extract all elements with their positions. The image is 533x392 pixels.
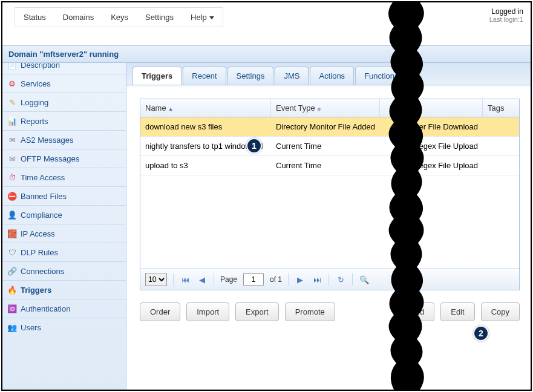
- sidebar-item-services[interactable]: ⚙Services: [2, 74, 126, 93]
- promote-button[interactable]: Promote: [285, 302, 335, 321]
- cell-mid: er File Download: [380, 119, 483, 135]
- grid-body: download new s3 filesDirectory Monitor F…: [140, 117, 519, 269]
- pager-search-icon[interactable]: 🔍: [359, 274, 370, 285]
- ip-access-icon: 🧱: [7, 229, 17, 238]
- tab-settings[interactable]: Settings: [227, 67, 274, 85]
- top-nav: Status Domains Keys Settings Help: [15, 7, 223, 27]
- sidebar-item-oftp-messages[interactable]: ✉OFTP Messages: [2, 149, 126, 168]
- cell-event-type: Current Time: [271, 157, 380, 174]
- authentication-icon: 🆔: [7, 304, 17, 313]
- table-row[interactable]: upload to s3Current TimeRegex File Uploa…: [140, 156, 519, 175]
- order-button[interactable]: Order: [140, 302, 180, 321]
- triggers-grid: Name▲ Event Type◆ Tags download new s3 f…: [140, 99, 520, 290]
- table-row[interactable]: download new s3 filesDirectory Monitor F…: [140, 117, 519, 137]
- action-row: Order Import Export Promote Add Edit Cop…: [126, 296, 531, 321]
- nav-domains[interactable]: Domains: [54, 8, 102, 27]
- sidebar-item-compliance[interactable]: 👤Compliance: [2, 205, 126, 224]
- cell-name: download new s3 files: [140, 119, 271, 135]
- logging-icon: ✎: [7, 97, 17, 107]
- nav-keys[interactable]: Keys: [102, 8, 137, 27]
- sidebar-item-as2-messages[interactable]: ✉AS2 Messages: [2, 130, 126, 149]
- sidebar-item-dlp-rules[interactable]: 🛡DLP Rules: [2, 243, 126, 261]
- sidebar-item-label: Banned Files: [21, 192, 67, 201]
- oftp-messages-icon: ✉: [7, 154, 17, 163]
- sidebar-item-label: IP Access: [21, 229, 55, 238]
- pager-last-icon[interactable]: ⏭: [312, 274, 322, 285]
- tab-jms[interactable]: JMS: [275, 67, 309, 85]
- sidebar-item-label: Services: [21, 79, 51, 88]
- dlp-rules-icon: 🛡: [7, 247, 17, 257]
- sidebar-item-reports[interactable]: 📊Reports: [2, 111, 126, 130]
- sidebar-item-triggers[interactable]: 🔥Triggers: [2, 280, 126, 299]
- pager: 10 ⏮ ◀ Page of 1 ▶ ⏭ ↻ 🔍: [140, 269, 519, 290]
- tab-functions[interactable]: Functions: [355, 67, 407, 85]
- sidebar-item-label: Description: [21, 63, 60, 70]
- nav-help[interactable]: Help: [182, 8, 223, 27]
- banned-files-icon: ⛔: [7, 191, 17, 201]
- compliance-icon: 👤: [7, 210, 17, 220]
- tab-bar: Triggers Recent Settings JMS Actions Fun…: [126, 63, 531, 85]
- page-number-input[interactable]: [243, 273, 264, 286]
- nav-status[interactable]: Status: [15, 8, 54, 27]
- sidebar-item-label: Triggers: [21, 286, 51, 295]
- reports-icon: 📊: [7, 116, 17, 126]
- cell-mid: Regex File Upload: [380, 157, 483, 174]
- col-header-name[interactable]: Name▲: [140, 99, 271, 117]
- callout-1: 1: [246, 138, 262, 154]
- sidebar-item-time-access[interactable]: ⏱Time Access: [2, 168, 126, 186]
- pager-prev-icon[interactable]: ◀: [197, 274, 208, 285]
- caret-down-icon: [209, 16, 214, 19]
- export-button[interactable]: Export: [235, 302, 279, 321]
- triggers-icon: 🔥: [7, 285, 17, 295]
- tab-recent[interactable]: Recent: [183, 67, 226, 85]
- users-icon: 👥: [7, 322, 17, 332]
- sidebar-item-label: Users: [21, 323, 41, 332]
- edit-button[interactable]: Edit: [440, 302, 474, 321]
- table-row[interactable]: nightly transfers to tp1 windows filCurr…: [140, 137, 519, 156]
- col-header-event-type[interactable]: Event Type◆: [271, 99, 380, 117]
- sidebar-item-label: OFTP Messages: [21, 154, 79, 163]
- sidebar-item-ip-access[interactable]: 🧱IP Access: [2, 224, 126, 243]
- sidebar-item-users[interactable]: 👥Users: [2, 318, 126, 336]
- pager-refresh-icon[interactable]: ↻: [335, 274, 346, 285]
- sidebar-item-authentication[interactable]: 🆔Authentication: [2, 299, 126, 318]
- login-info: Logged in Last login:1: [489, 7, 523, 23]
- cell-tags: [483, 162, 519, 169]
- services-icon: ⚙: [7, 79, 17, 88]
- callout-2: 2: [473, 325, 489, 341]
- as2-messages-icon: ✉: [7, 135, 17, 145]
- page-size-select[interactable]: 10: [145, 273, 167, 286]
- import-button[interactable]: Import: [186, 302, 229, 321]
- sort-icon: ◆: [317, 106, 321, 112]
- domain-status-bar: Domain "mftserver2" running: [2, 45, 531, 63]
- sidebar-item-banned-files[interactable]: ⛔Banned Files: [2, 186, 126, 205]
- sidebar-item-logging[interactable]: ✎Logging: [2, 93, 126, 111]
- logged-in-label: Logged in: [489, 7, 523, 16]
- copy-button[interactable]: Copy: [481, 302, 520, 321]
- col-header-blank: [380, 99, 483, 117]
- tab-triggers[interactable]: Triggers: [132, 67, 181, 85]
- sidebar: 📄 Description ⚙Services✎Logging📊Reports✉…: [2, 63, 126, 390]
- pager-first-icon[interactable]: ⏮: [180, 274, 191, 285]
- sidebar-item-label: Time Access: [21, 173, 65, 182]
- sidebar-item-connections[interactable]: 🔗Connections: [2, 261, 126, 280]
- sort-asc-icon: ▲: [168, 106, 174, 112]
- sidebar-item-description[interactable]: 📄 Description: [2, 63, 126, 74]
- sidebar-item-label: Connections: [21, 267, 64, 276]
- cell-tags: [483, 123, 519, 131]
- add-button[interactable]: Add: [400, 302, 434, 321]
- cell-tags: [483, 143, 519, 150]
- sidebar-item-label: Authentication: [21, 304, 70, 313]
- sidebar-item-label: DLP Rules: [21, 248, 58, 257]
- sidebar-item-label: Reports: [21, 117, 48, 126]
- sidebar-item-label: Compliance: [21, 211, 62, 220]
- cell-event-type: Current Time: [271, 138, 380, 154]
- main-panel: Triggers Recent Settings JMS Actions Fun…: [126, 63, 531, 390]
- nav-settings[interactable]: Settings: [137, 8, 182, 27]
- col-header-tags[interactable]: Tags: [483, 99, 519, 117]
- page-label: Page: [220, 275, 237, 284]
- pager-next-icon[interactable]: ▶: [295, 274, 306, 285]
- cell-mid: Regex File Upload: [380, 138, 483, 154]
- tab-actions[interactable]: Actions: [310, 67, 354, 85]
- time-access-icon: ⏱: [7, 172, 17, 182]
